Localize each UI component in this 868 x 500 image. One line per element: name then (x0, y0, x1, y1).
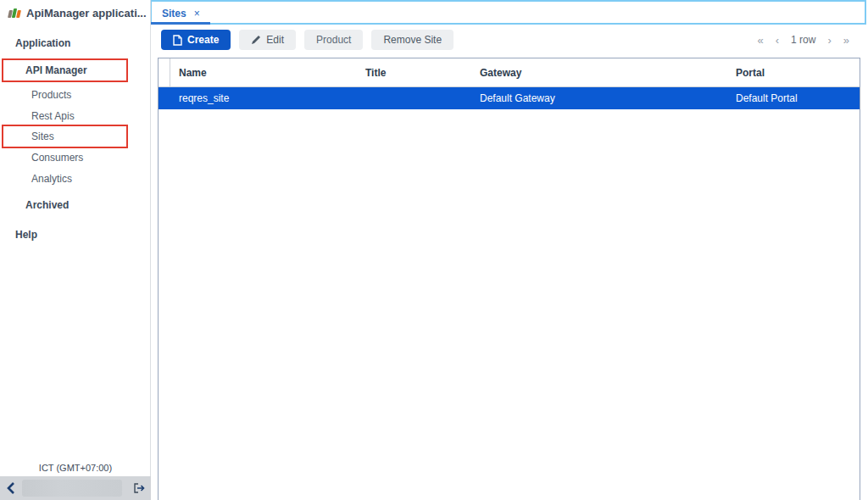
pagination-first-icon[interactable]: « (758, 34, 764, 47)
logout-icon (134, 483, 145, 493)
timezone-label: ICT (GMT+07:00) (0, 463, 151, 473)
sites-table: Name Title Gateway Portal reqres_site De… (158, 58, 860, 500)
sidebar-item-consumers[interactable]: Consumers (31, 147, 167, 169)
column-header-portal[interactable]: Portal (727, 67, 860, 79)
logout-button[interactable] (129, 476, 149, 500)
app-window: ApiManager applicati... Application API … (0, 0, 868, 500)
pagination-next-icon[interactable]: › (827, 34, 831, 47)
edit-button[interactable]: Edit (239, 30, 296, 50)
row-selection-cell (159, 87, 170, 109)
app-header: ApiManager applicati... (0, 0, 150, 25)
create-button[interactable]: Create (161, 30, 231, 50)
sidebar-item-api-manager[interactable]: API Manager (25, 59, 161, 81)
table-row-selected[interactable]: reqres_site Default Gateway Default Port… (159, 87, 860, 109)
selection-column-header (159, 58, 170, 86)
toolbar: Create Edit Product Remove Site « ‹ 1 ro… (161, 30, 849, 50)
app-title: ApiManager applicati... (26, 7, 147, 19)
tab-strip: Sites × (151, 0, 866, 25)
cell-name: reqres_site (170, 92, 357, 104)
create-document-icon (173, 35, 182, 46)
column-header-gateway[interactable]: Gateway (471, 67, 727, 79)
pagination-row-count: 1 row (791, 34, 815, 46)
pagination-last-icon[interactable]: » (843, 34, 849, 47)
sidebar-item-rest-apis[interactable]: Rest Apis (31, 105, 167, 127)
app-logo-icon (8, 8, 20, 18)
sidebar-item-archived[interactable]: Archived (25, 194, 161, 216)
sidebar-bottom-bar (0, 476, 151, 500)
product-button-label: Product (316, 34, 351, 46)
table-header-row: Name Title Gateway Portal (159, 58, 860, 87)
remove-site-button-label: Remove Site (383, 34, 442, 46)
pagination-prev-icon[interactable]: ‹ (776, 34, 779, 47)
sidebar-item-products[interactable]: Products (31, 84, 167, 106)
create-button-label: Create (187, 34, 219, 46)
column-header-name[interactable]: Name (170, 67, 357, 79)
sidebar-item-analytics[interactable]: Analytics (31, 168, 167, 190)
sidebar-item-sites[interactable]: Sites (31, 125, 167, 147)
sidebar-item-application[interactable]: Application (15, 32, 151, 54)
edit-button-label: Edit (266, 34, 284, 46)
column-header-title[interactable]: Title (357, 67, 471, 79)
pencil-icon (251, 35, 261, 45)
sidebar-collapse-button[interactable] (0, 476, 22, 500)
sidebar: ApiManager applicati... Application API … (0, 0, 151, 500)
tab-sites-label: Sites (162, 8, 186, 19)
chevron-left-icon (7, 482, 15, 494)
active-tab-underline (151, 22, 210, 25)
sidebar-item-help[interactable]: Help (15, 224, 151, 246)
user-name-pill-blurred[interactable] (22, 480, 122, 497)
tab-sites[interactable]: Sites × (152, 2, 210, 25)
pagination: « ‹ 1 row › » (758, 34, 850, 47)
cell-portal: Default Portal (727, 92, 860, 104)
main-content: Sites × Create Edit Product (151, 0, 868, 500)
cell-gateway: Default Gateway (471, 92, 727, 104)
product-button[interactable]: Product (304, 30, 363, 50)
remove-site-button[interactable]: Remove Site (371, 30, 453, 50)
tab-close-icon[interactable]: × (194, 8, 200, 19)
